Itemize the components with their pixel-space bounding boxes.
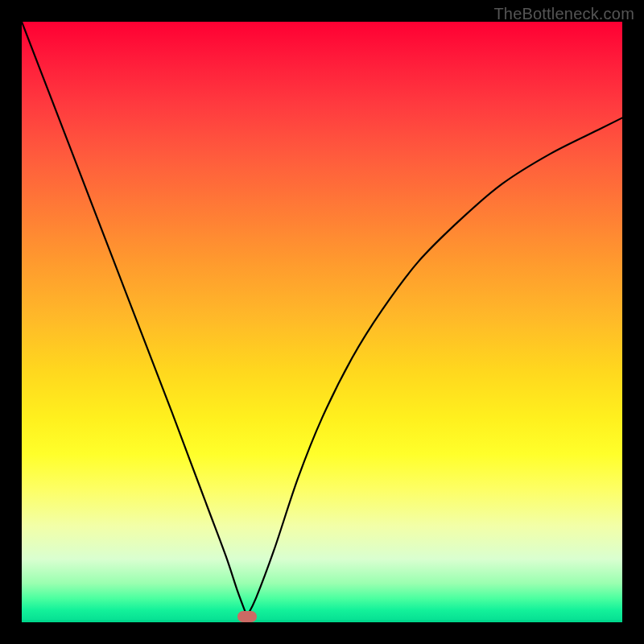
bottleneck-curve [22,22,622,622]
chart-frame: TheBottleneck.com [0,0,644,644]
curve-left-branch [22,22,247,617]
watermark-text: TheBottleneck.com [493,5,634,23]
optimum-marker [237,611,257,622]
plot-area [22,22,622,622]
curve-right-branch [247,118,622,616]
